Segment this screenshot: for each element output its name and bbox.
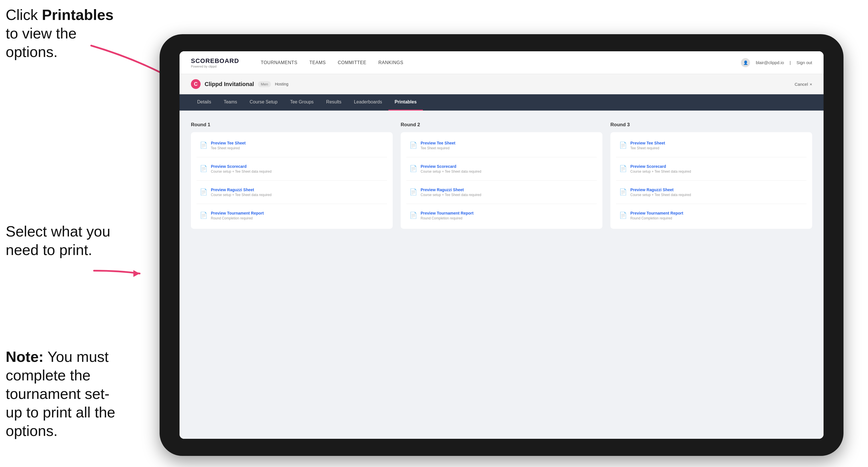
document-icon: 📄 [409, 211, 417, 220]
r2-tee-item[interactable]: 📄 Preview Tee Sheet Tee Sheet required [406, 138, 597, 153]
r2-tee-note: Tee Sheet required [421, 146, 455, 150]
document-icon: 📄 [619, 164, 627, 173]
divider [616, 157, 806, 157]
tournament-logo: C [191, 79, 200, 89]
brand-title: SCOREBOARD [191, 57, 239, 65]
r1-scorecard-text: Preview Scorecard Course setup + Tee She… [211, 164, 272, 174]
divider [406, 180, 597, 181]
brand-sub: Powered by clippd [191, 65, 239, 68]
document-icon: 📄 [199, 211, 208, 220]
r3-report-note: Round Completion required [630, 216, 683, 220]
divider [616, 180, 806, 181]
divider [197, 180, 387, 181]
document-icon: 📄 [619, 141, 627, 150]
tab-tee-groups[interactable]: Tee Groups [284, 94, 320, 111]
main-nav: TOURNAMENTS TEAMS COMMITTEE RANKINGS [256, 58, 741, 67]
r3-raguzzi-note: Course setup + Tee Sheet data required [630, 193, 691, 197]
r2-raguzzi-label[interactable]: Preview Raguzzi Sheet [421, 187, 481, 192]
r3-tee-item[interactable]: 📄 Preview Tee Sheet Tee Sheet required [616, 138, 806, 153]
r1-raguzzi-label[interactable]: Preview Raguzzi Sheet [211, 187, 272, 192]
r2-tee-label[interactable]: Preview Tee Sheet [421, 141, 455, 145]
r3-raguzzi-item[interactable]: 📄 Preview Raguzzi Sheet Course setup + T… [616, 185, 806, 200]
r2-scorecard-text: Preview Scorecard Course setup + Tee She… [421, 164, 481, 174]
r1-tee-item[interactable]: 📄 Preview Tee Sheet Tee Sheet required [197, 138, 387, 153]
round-3-card: 📄 Preview Tee Sheet Tee Sheet required 📄… [610, 132, 812, 229]
sign-out-link[interactable]: Sign out [797, 60, 812, 65]
r2-report-note: Round Completion required [421, 216, 474, 220]
r1-report-text: Preview Tournament Report Round Completi… [211, 211, 264, 220]
cancel-button[interactable]: Cancel × [795, 82, 812, 87]
nav-rankings[interactable]: RANKINGS [374, 58, 408, 67]
tournament-name: Clippd Invitational [205, 81, 254, 88]
round-3-title: Round 3 [610, 122, 812, 128]
tournament-badge: Men [258, 81, 271, 87]
tab-details[interactable]: Details [191, 94, 217, 111]
r3-report-text: Preview Tournament Report Round Completi… [630, 211, 683, 220]
r1-report-label[interactable]: Preview Tournament Report [211, 211, 264, 215]
r3-raguzzi-label[interactable]: Preview Raguzzi Sheet [630, 187, 691, 192]
r1-tee-label[interactable]: Preview Tee Sheet [211, 141, 246, 145]
arrow-middle-icon [91, 256, 148, 285]
annotation-middle-text: Select what you need to print. [6, 223, 110, 258]
r1-scorecard-label[interactable]: Preview Scorecard [211, 164, 272, 169]
r1-tee-note: Tee Sheet required [211, 146, 246, 150]
sub-nav: Details Teams Course Setup Tee Groups Re… [180, 94, 824, 111]
r1-raguzzi-item[interactable]: 📄 Preview Raguzzi Sheet Course setup + T… [197, 185, 387, 200]
r3-report-label[interactable]: Preview Tournament Report [630, 211, 683, 215]
nav-right: 👤 blair@clippd.io | Sign out [741, 58, 812, 67]
r1-scorecard-note: Course setup + Tee Sheet data required [211, 169, 272, 174]
document-icon: 📄 [619, 187, 627, 196]
r3-tee-text: Preview Tee Sheet Tee Sheet required [630, 141, 665, 150]
divider [197, 157, 387, 157]
round-2-section: Round 2 📄 Preview Tee Sheet Tee Sheet re… [401, 122, 602, 229]
r2-report-item[interactable]: 📄 Preview Tournament Report Round Comple… [406, 208, 597, 223]
round-3-section: Round 3 📄 Preview Tee Sheet Tee Sheet re… [610, 122, 812, 229]
tab-course-setup[interactable]: Course Setup [243, 94, 284, 111]
r3-raguzzi-text: Preview Raguzzi Sheet Course setup + Tee… [630, 187, 691, 197]
rounds-container: Round 1 📄 Preview Tee Sheet Tee Sheet re… [191, 122, 812, 229]
nav-committee[interactable]: COMMITTEE [333, 58, 371, 67]
round-1-section: Round 1 📄 Preview Tee Sheet Tee Sheet re… [191, 122, 393, 229]
tablet-screen: SCOREBOARD Powered by clippd TOURNAMENTS… [180, 51, 824, 439]
document-icon: 📄 [619, 211, 627, 220]
tab-leaderboards[interactable]: Leaderboards [348, 94, 389, 111]
r1-raguzzi-text: Preview Raguzzi Sheet Course setup + Tee… [211, 187, 272, 197]
document-icon: 📄 [199, 164, 208, 173]
tablet-frame: SCOREBOARD Powered by clippd TOURNAMENTS… [160, 34, 843, 456]
divider [406, 157, 597, 157]
r1-raguzzi-note: Course setup + Tee Sheet data required [211, 193, 272, 197]
r2-scorecard-item[interactable]: 📄 Preview Scorecard Course setup + Tee S… [406, 161, 597, 176]
r3-report-item[interactable]: 📄 Preview Tournament Report Round Comple… [616, 208, 806, 223]
content-area: Round 1 📄 Preview Tee Sheet Tee Sheet re… [180, 111, 824, 439]
r3-scorecard-text: Preview Scorecard Course setup + Tee She… [630, 164, 691, 174]
r3-tee-label[interactable]: Preview Tee Sheet [630, 141, 665, 145]
r2-tee-text: Preview Tee Sheet Tee Sheet required [421, 141, 455, 150]
document-icon: 📄 [409, 187, 417, 196]
round-2-title: Round 2 [401, 122, 602, 128]
annotation-middle: Select what you need to print. [6, 222, 125, 259]
r2-raguzzi-text: Preview Raguzzi Sheet Course setup + Tee… [421, 187, 481, 197]
user-avatar: 👤 [741, 58, 750, 67]
r1-report-note: Round Completion required [211, 216, 264, 220]
document-icon: 📄 [409, 164, 417, 173]
r2-raguzzi-item[interactable]: 📄 Preview Raguzzi Sheet Course setup + T… [406, 185, 597, 200]
document-icon: 📄 [409, 141, 417, 150]
r2-scorecard-note: Course setup + Tee Sheet data required [421, 169, 481, 174]
round-2-card: 📄 Preview Tee Sheet Tee Sheet required 📄… [401, 132, 602, 229]
r3-scorecard-item[interactable]: 📄 Preview Scorecard Course setup + Tee S… [616, 161, 806, 176]
tab-teams[interactable]: Teams [217, 94, 243, 111]
tab-results[interactable]: Results [320, 94, 348, 111]
r1-report-item[interactable]: 📄 Preview Tournament Report Round Comple… [197, 208, 387, 223]
r2-report-label[interactable]: Preview Tournament Report [421, 211, 474, 215]
r2-scorecard-label[interactable]: Preview Scorecard [421, 164, 481, 169]
r3-scorecard-note: Course setup + Tee Sheet data required [630, 169, 691, 174]
r2-report-text: Preview Tournament Report Round Completi… [421, 211, 474, 220]
r3-scorecard-label[interactable]: Preview Scorecard [630, 164, 691, 169]
r1-scorecard-item[interactable]: 📄 Preview Scorecard Course setup + Tee S… [197, 161, 387, 176]
round-1-title: Round 1 [191, 122, 393, 128]
r1-tee-text: Preview Tee Sheet Tee Sheet required [211, 141, 246, 150]
nav-tournaments[interactable]: TOURNAMENTS [256, 58, 302, 67]
nav-teams[interactable]: TEAMS [305, 58, 331, 67]
tab-printables[interactable]: Printables [389, 94, 423, 111]
tournament-title-row: C Clippd Invitational Men Hosting [191, 79, 288, 89]
